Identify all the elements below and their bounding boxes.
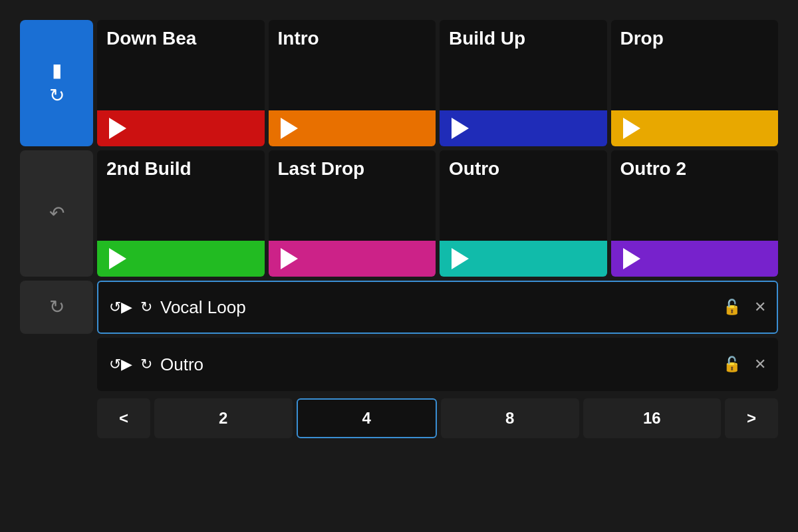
row-2: ↶ 2nd Build Last Drop Outro Outro 2	[20, 150, 778, 277]
play-build-up[interactable]	[440, 110, 607, 146]
cue-build-up[interactable]: Build Up	[440, 20, 607, 146]
cue-name-last-drop: Last Drop	[269, 150, 436, 241]
side-control-loop[interactable]: ↻	[20, 281, 93, 334]
loop-name-vocal: Vocal Loop	[160, 297, 710, 318]
loop-sync-icon-outro[interactable]: ↻	[140, 356, 152, 373]
loop-rows-container2: ↺▶ ↻ Outro 🔓 ✕	[97, 338, 778, 391]
cue-name-down-beat: Down Bea	[97, 20, 265, 110]
nav-btn-2[interactable]: 2	[154, 398, 293, 438]
side-control-row2[interactable]: ↶	[20, 150, 93, 277]
loop-rows-container: ↺▶ ↻ Vocal Loop 🔓 ✕	[97, 281, 778, 334]
main-container: ▮ ↻ Down Bea Intro Build Up Drop	[13, 13, 785, 519]
loop-play-icon-vocal[interactable]: ↺▶	[109, 299, 132, 316]
loop-section-1: ↻ ↺▶ ↻ Vocal Loop 🔓 ✕	[20, 281, 778, 334]
play-triangle-build-up	[452, 118, 469, 139]
undo-icon-row2: ↶	[49, 204, 65, 223]
play-intro[interactable]	[269, 110, 436, 146]
row-1: ▮ ↻ Down Bea Intro Build Up Drop	[20, 20, 778, 146]
cue-outro2[interactable]: Outro 2	[611, 150, 779, 277]
play-outro[interactable]	[440, 241, 607, 277]
cue-name-outro: Outro	[440, 150, 607, 241]
cue-down-beat[interactable]: Down Bea	[97, 20, 265, 146]
nav-next-button[interactable]: >	[725, 398, 778, 438]
play-triangle-outro2	[623, 248, 640, 269]
side-control-row1[interactable]: ▮ ↻	[20, 20, 93, 146]
lock-icon-outro[interactable]: 🔓	[723, 356, 741, 373]
loop-row-outro[interactable]: ↺▶ ↻ Outro 🔓 ✕	[97, 338, 778, 391]
play-down-beat[interactable]	[97, 110, 265, 146]
loop-name-outro: Outro	[160, 354, 710, 375]
close-icon-outro[interactable]: ✕	[754, 356, 766, 373]
play-drop[interactable]	[611, 110, 779, 146]
nav-btn-4[interactable]: 4	[297, 398, 438, 438]
loop-play-icon-outro[interactable]: ↺▶	[109, 356, 132, 373]
loop-section-2: ↺▶ ↻ Outro 🔓 ✕	[20, 338, 778, 391]
loop-row-vocal[interactable]: ↺▶ ↻ Vocal Loop 🔓 ✕	[97, 281, 778, 334]
cue-name-intro: Intro	[269, 20, 436, 110]
play-triangle-down-beat	[109, 118, 126, 139]
play-last-drop[interactable]	[269, 241, 436, 277]
play-triangle-drop	[623, 118, 640, 139]
cue-last-drop[interactable]: Last Drop	[269, 150, 436, 277]
nav-btn-8[interactable]: 8	[441, 398, 579, 438]
cue-intro[interactable]: Intro	[269, 20, 436, 146]
nav-row: < 2 4 8 16 >	[20, 395, 778, 442]
loop-sync-icon-vocal[interactable]: ↻	[140, 299, 152, 316]
play-triangle-last-drop	[281, 248, 298, 269]
nav-prev-button[interactable]: <	[97, 398, 150, 438]
sync-icon-loop: ↻	[49, 298, 65, 317]
play-triangle-intro	[281, 118, 298, 139]
cue-outro[interactable]: Outro	[440, 150, 607, 277]
cue-name-drop: Drop	[611, 20, 779, 110]
close-icon-vocal[interactable]: ✕	[754, 299, 766, 316]
lock-icon-vocal[interactable]: 🔓	[723, 299, 741, 316]
sync-icon-row1: ↻	[49, 86, 65, 105]
play-outro2[interactable]	[611, 241, 779, 277]
cue-2nd-build[interactable]: 2nd Build	[97, 150, 265, 277]
bookmark-icon: ▮	[52, 61, 62, 80]
play-triangle-2nd-build	[109, 248, 126, 269]
play-triangle-outro	[452, 248, 469, 269]
cue-name-outro2: Outro 2	[611, 150, 779, 241]
play-2nd-build[interactable]	[97, 241, 265, 277]
nav-btn-16[interactable]: 16	[583, 398, 722, 438]
cue-name-2nd-build: 2nd Build	[97, 150, 265, 241]
cue-name-build-up: Build Up	[440, 20, 607, 110]
cue-drop[interactable]: Drop	[611, 20, 779, 146]
